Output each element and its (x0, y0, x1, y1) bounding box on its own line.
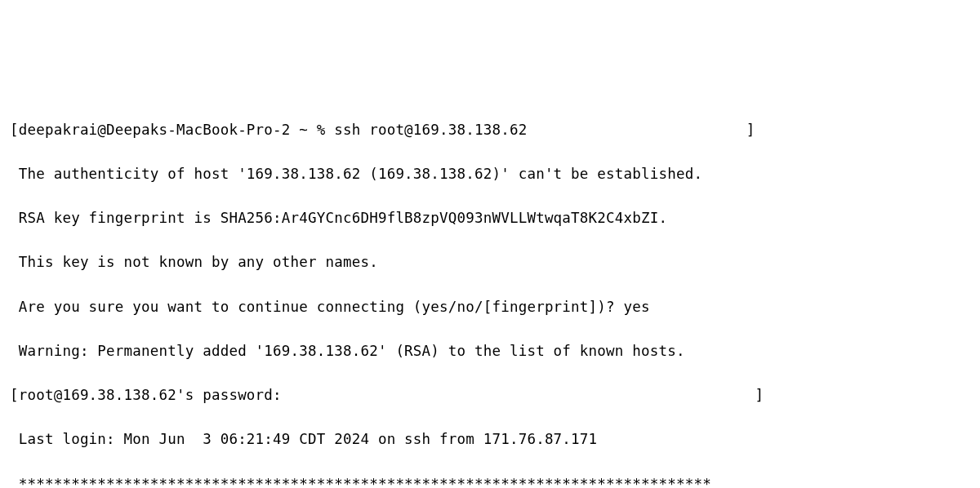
terminal-line: [deepakrai@Deepaks-MacBook-Pro-2 ~ % ssh… (10, 119, 970, 141)
terminal-line: Are you sure you want to continue connec… (10, 296, 970, 318)
terminal-line: RSA key fingerprint is SHA256:Ar4GYCnc6D… (10, 207, 970, 229)
terminal-output[interactable]: [deepakrai@Deepaks-MacBook-Pro-2 ~ % ssh… (10, 97, 970, 489)
terminal-line: The authenticity of host '169.38.138.62 … (10, 163, 970, 185)
terminal-line: This key is not known by any other names… (10, 251, 970, 273)
terminal-line: Last login: Mon Jun 3 06:21:49 CDT 2024 … (10, 428, 970, 450)
terminal-line: ****************************************… (10, 473, 970, 488)
terminal-line: [root@169.38.138.62's password: ] (10, 384, 970, 406)
terminal-line: Warning: Permanently added '169.38.138.6… (10, 340, 970, 362)
